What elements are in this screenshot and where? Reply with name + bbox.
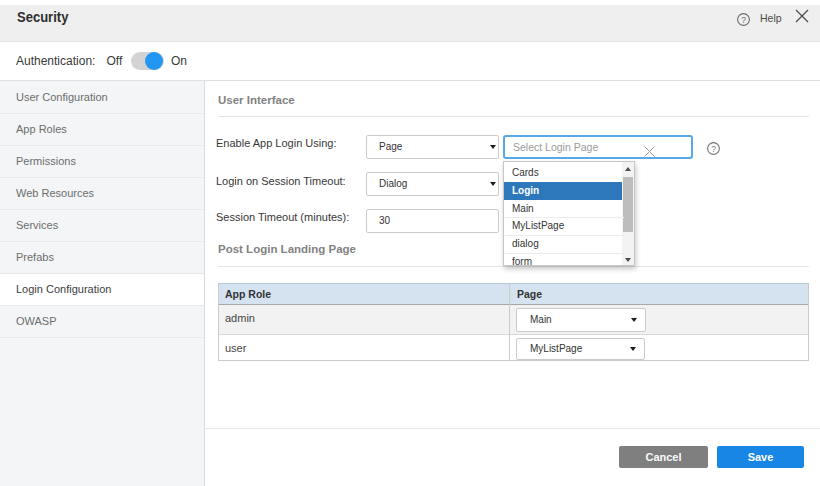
svg-text:?: ? (711, 144, 716, 154)
svg-text:?: ? (741, 15, 746, 25)
